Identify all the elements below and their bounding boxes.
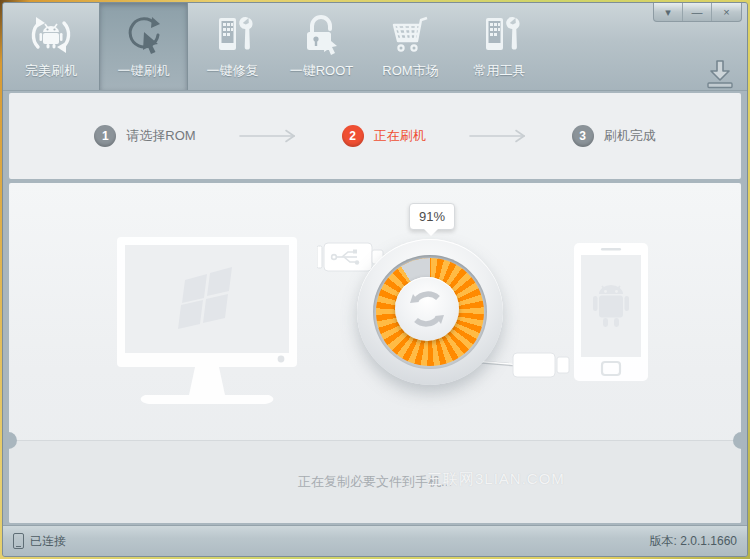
step-label: 正在刷机 — [374, 127, 426, 145]
watermark: 三联网3LIAN.COM — [427, 470, 565, 489]
step-arrow-icon — [238, 129, 300, 143]
step-arrow-icon — [468, 129, 530, 143]
step-label: 请选择ROM — [126, 127, 195, 145]
divider-notch-right — [733, 432, 748, 449]
progress-ring-socket — [373, 255, 487, 369]
app-logo-label: 完美刷机 — [25, 62, 77, 80]
flash-status-text: 正在复制必要文件到手机... — [9, 473, 741, 491]
app-logo: 完美刷机 — [3, 3, 99, 90]
android-logo-icon — [26, 12, 76, 58]
progress-dial — [357, 239, 503, 385]
toolbar-item-rom-market[interactable]: ROM市场 — [366, 3, 455, 90]
step-indicator: 1 请选择ROM 2 正在刷机 3 刷机完成 — [9, 93, 741, 179]
phone-connected-icon — [13, 533, 24, 549]
connection-status: 已连接 — [13, 533, 66, 550]
toolbar-item-one-key-flash[interactable]: 一键刷机 — [99, 3, 188, 90]
app-window: 完美刷机 一键刷机 — [2, 2, 748, 557]
status-bar: 已连接 版本: 2.0.1.1660 — [3, 525, 747, 556]
connection-label: 已连接 — [30, 533, 66, 550]
step-complete: 3 刷机完成 — [572, 125, 656, 147]
toolbar-item-label: ROM市场 — [382, 62, 438, 80]
common-tools-icon — [477, 12, 523, 58]
toolbar-item-label: 一键修复 — [207, 62, 259, 80]
rom-market-icon — [387, 12, 435, 58]
window-controls: ▾ — × — [653, 3, 742, 22]
step-number-badge: 1 — [94, 125, 116, 147]
toolbar-item-one-key-root[interactable]: 一键ROOT — [277, 3, 366, 90]
toolbar-item-label: 一键刷机 — [118, 62, 170, 80]
step-number-badge: 3 — [572, 125, 594, 147]
window-menu-button[interactable]: ▾ — [654, 3, 683, 21]
toolbar-item-label: 常用工具 — [474, 62, 526, 80]
refresh-icon — [405, 287, 449, 331]
step-label: 刷机完成 — [604, 127, 656, 145]
step-number-badge: 2 — [342, 125, 364, 147]
version-label: 版本: 2.0.1.1660 — [650, 533, 737, 550]
main-panel: 91% 正在复制必要文件到手机... 三联网3LIAN.COM — [9, 183, 741, 523]
progress-hub — [395, 277, 459, 341]
one-key-repair-icon — [210, 12, 256, 58]
progress-percent: 91% — [419, 209, 445, 224]
close-button[interactable]: × — [712, 3, 741, 21]
one-key-flash-icon — [121, 12, 167, 58]
phone-illustration — [573, 242, 649, 382]
toolbar-item-one-key-repair[interactable]: 一键修复 — [188, 3, 277, 90]
one-key-root-icon — [299, 12, 345, 58]
toolbar: 完美刷机 一键刷机 — [3, 3, 747, 91]
toolbar-item-common-tools[interactable]: 常用工具 — [455, 3, 544, 90]
toolbar-item-label: 一键ROOT — [290, 62, 354, 80]
step-flashing: 2 正在刷机 — [342, 125, 426, 147]
progress-tooltip: 91% — [409, 203, 455, 230]
minimize-button[interactable]: — — [683, 3, 712, 21]
download-icon[interactable] — [703, 58, 737, 90]
step-select-rom: 1 请选择ROM — [94, 125, 195, 147]
computer-illustration — [115, 235, 299, 407]
desktop-background: 完美刷机 一键刷机 — [0, 0, 750, 559]
